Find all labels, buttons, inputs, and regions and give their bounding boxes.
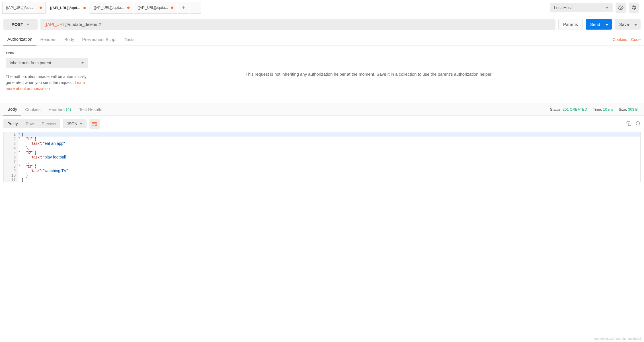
line-content: "t1": {: [22, 137, 640, 141]
auth-description-text: The authorization header will be automat…: [6, 74, 87, 85]
tabs-container: {{API_URL}}/update_d {{API_URL}}/update_…: [2, 2, 201, 14]
tab-prerequest[interactable]: Pre-request Script: [78, 34, 120, 45]
svg-point-2: [636, 121, 639, 125]
unsaved-dot-icon: [40, 7, 42, 9]
request-tabs: Authorization Headers Body Pre-request S…: [0, 33, 644, 46]
time-label: Time:: [593, 107, 602, 112]
tab-more-button[interactable]: ⋯: [190, 2, 201, 14]
search-icon: [635, 121, 641, 126]
editor-line[interactable]: 10 }: [4, 173, 640, 178]
editor-line[interactable]: 9 "task": "watching TV": [4, 168, 640, 173]
editor-line[interactable]: 4 },: [4, 146, 640, 150]
fold-toggle-icon[interactable]: ▼: [18, 164, 22, 168]
fold-toggle-icon[interactable]: ▼: [18, 132, 22, 137]
size-item: Size: 303 B: [619, 107, 638, 112]
time-value: 10 ms: [603, 107, 613, 112]
tab-1[interactable]: {{API_URL}}/update_d: [2, 2, 46, 14]
chevron-down-icon: [606, 24, 608, 26]
editor-line[interactable]: 6 "task": "play football": [4, 155, 640, 159]
method-select[interactable]: POST: [3, 19, 38, 30]
view-pretty-button[interactable]: Pretty: [3, 119, 22, 128]
wrap-lines-button[interactable]: [89, 119, 100, 129]
status-value: 201 CREATED: [563, 107, 587, 112]
fold-toggle-icon: [18, 146, 22, 150]
response-tools-right: [626, 121, 641, 127]
line-content: "task": "watching TV": [22, 168, 640, 173]
line-number: 9: [4, 168, 18, 173]
format-value: JSON: [67, 121, 77, 126]
unsaved-dot-icon: [83, 7, 86, 9]
auth-inherit-message: This request is not inheriting any autho…: [245, 71, 493, 78]
editor-line[interactable]: 5▼ "t2": {: [4, 150, 640, 155]
size-label: Size:: [619, 107, 627, 112]
editor-line[interactable]: 1▼{: [4, 132, 640, 137]
response-tab-headers[interactable]: Headers (4): [44, 104, 75, 115]
tab-headers[interactable]: Headers: [36, 34, 61, 45]
code-link[interactable]: Code: [631, 37, 641, 42]
tab-3[interactable]: {{API_URL}}/update_d: [90, 2, 133, 14]
response-tab-body[interactable]: Body: [3, 103, 21, 116]
view-preview-button[interactable]: Preview: [38, 119, 60, 128]
tab-body[interactable]: Body: [60, 34, 78, 45]
auth-type-select[interactable]: Inherit auth from parent: [6, 58, 88, 68]
wrap-icon: [92, 121, 97, 126]
url-variable: {{API_URL}}: [44, 22, 68, 27]
line-number: 7: [4, 159, 18, 164]
response-tab-cookies[interactable]: Cookies: [21, 104, 44, 115]
send-dropdown-button[interactable]: [602, 19, 612, 30]
line-content: "t2": {: [22, 150, 640, 155]
format-select[interactable]: JSON: [63, 119, 86, 128]
line-content: }: [22, 178, 640, 182]
tab-tests[interactable]: Tests: [120, 34, 138, 45]
tab-authorization[interactable]: Authorization: [3, 33, 36, 46]
params-button[interactable]: Params: [558, 19, 583, 30]
settings-button[interactable]: [629, 3, 639, 13]
tab-label: {{API_URL}}/update_d: [138, 6, 169, 10]
response-toolbar: Pretty Raw Preview JSON: [0, 116, 644, 132]
chevron-down-icon: [26, 24, 29, 25]
copy-button[interactable]: [626, 121, 631, 127]
editor-line[interactable]: 11}: [4, 178, 640, 182]
tab-4[interactable]: {{API_URL}}/update_d: [134, 2, 177, 14]
eye-icon: [618, 5, 624, 11]
search-response-button[interactable]: [635, 121, 641, 127]
tab-2-active[interactable]: {{API_URL}}/update_d: [46, 2, 89, 14]
response-body-editor[interactable]: 1▼{2▼ "t1": {3 "task": "eat an app"4 },5…: [3, 132, 641, 182]
editor-line[interactable]: 3 "task": "eat an app": [4, 141, 640, 146]
top-bar: {{API_URL}}/update_d {{API_URL}}/update_…: [0, 0, 644, 15]
cookies-link[interactable]: Cookies: [613, 37, 627, 42]
url-input[interactable]: {{API_URL}}/update_delete/t2: [40, 19, 555, 30]
line-number: 6: [4, 155, 18, 159]
response-headers-label: Headers: [48, 107, 65, 112]
tab-label: {{API_URL}}/update_d: [50, 6, 81, 10]
request-tabs-right: Cookies Code: [613, 37, 641, 42]
fold-toggle-icon[interactable]: ▼: [18, 150, 22, 155]
add-tab-button[interactable]: +: [178, 2, 189, 14]
auth-section: TYPE Inherit auth from parent The author…: [0, 46, 644, 103]
environment-label: LocalHost: [554, 5, 572, 10]
ellipsis-icon: ⋯: [192, 4, 198, 11]
save-dropdown-button[interactable]: [631, 19, 641, 30]
tab-label: {{API_URL}}/update_d: [6, 6, 37, 10]
send-group: Send: [586, 19, 612, 30]
auth-type-value: Inherit auth from parent: [10, 61, 51, 65]
environment-select[interactable]: LocalHost: [550, 3, 613, 12]
line-content: },: [22, 146, 640, 150]
status-item: Status: 201 CREATED: [550, 107, 587, 112]
status-label: Status:: [550, 107, 561, 112]
view-raw-button[interactable]: Raw: [22, 119, 38, 128]
line-number: 4: [4, 146, 18, 150]
fold-toggle-icon[interactable]: ▼: [18, 137, 22, 141]
line-content: "task": "play football": [22, 155, 640, 159]
fold-toggle-icon: [18, 155, 22, 159]
quick-look-button[interactable]: [616, 3, 626, 13]
editor-line[interactable]: 2▼ "t1": {: [4, 137, 640, 141]
fold-toggle-icon: [18, 168, 22, 173]
method-value: POST: [12, 22, 23, 27]
editor-line[interactable]: 7 },: [4, 159, 640, 164]
line-number: 5: [4, 150, 18, 155]
editor-line[interactable]: 8▼ "t3": {: [4, 164, 640, 168]
top-right-controls: LocalHost: [550, 3, 642, 13]
response-tab-testresults[interactable]: Test Results: [75, 104, 106, 115]
unsaved-dot-icon: [171, 7, 173, 9]
